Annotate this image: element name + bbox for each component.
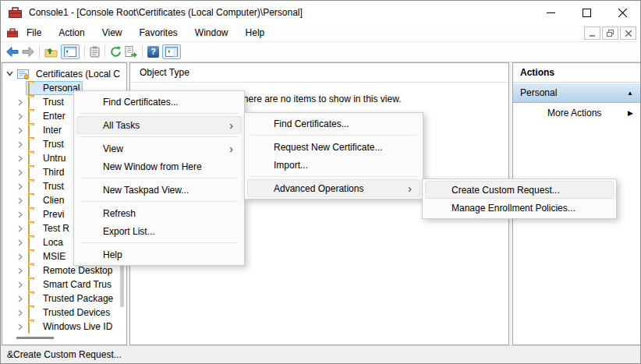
chevron-right-icon[interactable] (18, 197, 23, 204)
chevron-right-icon[interactable] (18, 267, 23, 274)
tree-item-label[interactable]: Loca (43, 235, 63, 249)
tree-vertical-scrollbar-thumb[interactable] (120, 262, 124, 307)
up-one-level-icon[interactable] (44, 46, 58, 58)
tree-item[interactable]: Trusted Package (2, 292, 127, 306)
menu-item-find-certificates[interactable]: Find Certificates... (76, 93, 242, 111)
folder-icon (28, 223, 30, 235)
collapse-arrow-icon[interactable]: ▲ (627, 90, 633, 97)
chevron-right-icon[interactable] (18, 141, 23, 148)
chevron-right-icon[interactable] (18, 155, 23, 162)
tree-item-label[interactable]: Trusted Devices (43, 306, 110, 320)
forward-icon[interactable] (22, 47, 34, 57)
toolbar-separator (84, 45, 85, 58)
maximize-button[interactable] (568, 1, 604, 24)
chevron-right-icon[interactable] (18, 309, 23, 316)
tree-item-label[interactable]: Trusted Package (43, 292, 113, 306)
chevron-right-icon[interactable] (18, 323, 23, 330)
tree-item-label[interactable]: Enter (43, 109, 66, 123)
minimize-icon (590, 30, 595, 37)
chevron-right-icon[interactable] (18, 183, 23, 190)
tree-item[interactable]: Smart Card Trus (2, 277, 127, 292)
actions-group-personal[interactable]: Personal ▲ (513, 83, 640, 103)
chevron-right-icon[interactable] (18, 113, 23, 120)
tree-item-label[interactable]: MSIE (43, 249, 66, 263)
chevron-right-icon[interactable] (18, 281, 23, 288)
tree-item-label[interactable]: Trust (43, 95, 64, 109)
submenu-arrow-icon: ▶ (628, 109, 633, 117)
chevron-right-icon[interactable] (18, 239, 23, 246)
folder-icon (28, 321, 30, 334)
chevron-right-icon[interactable] (18, 211, 23, 218)
child-close-button[interactable] (620, 27, 636, 40)
menu-view[interactable]: View (94, 24, 131, 41)
column-header-object-type[interactable]: Object Type (130, 63, 508, 83)
chevron-right-icon[interactable] (18, 99, 23, 106)
menu-item-view[interactable]: View › (76, 140, 242, 157)
back-icon[interactable] (6, 47, 19, 57)
menu-item-find-certificates[interactable]: Find Certificates... (247, 115, 420, 133)
menu-item-new-taskpad-view[interactable]: New Taskpad View... (76, 181, 242, 199)
child-minimize-button[interactable] (584, 27, 600, 40)
menu-favorites[interactable]: Favorites (131, 24, 186, 41)
tree-item-label[interactable]: Third (43, 165, 64, 179)
menu-item-all-tasks[interactable]: All Tasks › (76, 116, 242, 134)
tree-item-label[interactable]: Smart Card Trus (43, 277, 112, 292)
paste-icon[interactable] (90, 46, 100, 58)
help-icon[interactable]: ? (147, 46, 159, 58)
tree-item[interactable]: Windows Live ID (2, 320, 127, 334)
chevron-right-icon[interactable] (18, 169, 23, 176)
menu-window[interactable]: Window (186, 24, 237, 41)
tree-item-label[interactable]: Certificates (Local C (36, 67, 120, 81)
close-icon (625, 30, 632, 37)
menu-item-advanced-operations[interactable]: Advanced Operations › (247, 179, 420, 197)
menu-item-request-new-certificate[interactable]: Request New Certificate... (247, 138, 420, 156)
menu-help[interactable]: Help (237, 24, 274, 41)
folder-icon (28, 83, 30, 95)
tree-item-label[interactable]: Trust (43, 137, 64, 151)
mmc-window: Console1 - [Console Root\Certificates (L… (0, 0, 641, 364)
chevron-right-icon[interactable] (18, 295, 23, 302)
menu-action[interactable]: Action (50, 24, 93, 41)
show-action-pane-toggle[interactable] (162, 44, 181, 59)
tree-horizontal-scrollbar-thumb[interactable] (16, 337, 54, 339)
chevron-right-icon[interactable] (18, 127, 23, 134)
mmc-toolbox-icon-small (7, 28, 18, 37)
menu-file[interactable]: File (18, 24, 50, 41)
more-actions-item[interactable]: More Actions ▶ (513, 103, 640, 123)
tree-item-label[interactable]: Untru (43, 151, 66, 165)
menu-separator (80, 136, 238, 137)
menu-item-refresh[interactable]: Refresh (76, 204, 242, 222)
chevron-right-icon[interactable] (18, 225, 23, 232)
menu-item-label: Advanced Operations (274, 183, 363, 194)
menu-item-import[interactable]: Import... (247, 156, 420, 174)
folder-icon (28, 167, 30, 179)
tree-item[interactable]: Trusted Devices (2, 306, 127, 320)
show-console-tree-toggle[interactable] (61, 44, 80, 59)
tree-item-label[interactable]: Clien (43, 193, 64, 207)
menu-separator (251, 176, 416, 177)
menu-item-help[interactable]: Help (76, 246, 242, 263)
chevron-right-icon[interactable] (18, 253, 23, 260)
chevron-down-icon[interactable] (6, 71, 13, 76)
export-list-icon[interactable] (125, 46, 137, 58)
tree-root-certificates[interactable]: Certificates (Local C (2, 67, 127, 81)
menu-item-export-list[interactable]: Export List... (76, 222, 242, 240)
submenu-arrow-icon: › (229, 140, 233, 157)
menu-item-create-custom-request[interactable]: Create Custom Request... (425, 181, 614, 199)
menu-item-label: View (103, 143, 123, 154)
menu-separator (251, 135, 416, 136)
menu-item-new-window-from-here[interactable]: New Window from Here (76, 157, 242, 175)
menu-item-manage-enrollment-policies[interactable]: Manage Enrollment Policies... (425, 199, 614, 217)
child-restore-button[interactable] (602, 27, 618, 40)
toolbar-separator (142, 45, 143, 58)
minimize-icon (547, 9, 555, 17)
close-button[interactable] (604, 1, 640, 24)
tree-item-label[interactable]: Inter (43, 123, 62, 137)
tree-item-label[interactable]: Previ (43, 207, 64, 221)
tree-item-label[interactable]: Windows Live ID (43, 320, 112, 334)
refresh-icon[interactable] (110, 46, 122, 58)
tree-item-label[interactable]: Trust (43, 179, 64, 193)
menu-item-label: All Tasks (103, 120, 140, 131)
tree-item-label[interactable]: Test R (43, 221, 69, 235)
minimize-button[interactable] (533, 1, 568, 24)
